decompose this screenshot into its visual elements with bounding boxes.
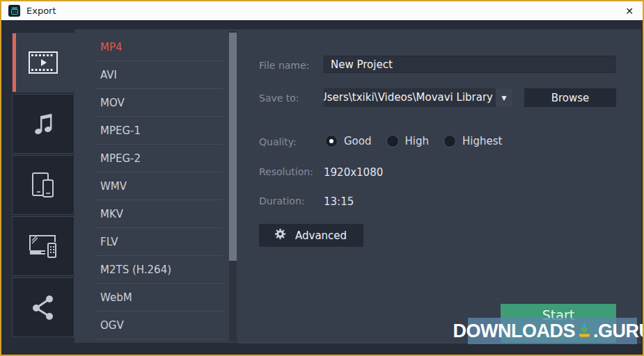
settings-panel: File name: New Project Save to: C:\Users… [238,29,641,343]
tv-remote-icon [27,231,59,261]
window-title: Export [26,6,56,16]
advanced-button[interactable]: Advanced [259,224,363,247]
film-strip-icon [27,50,59,75]
resolution-label: Resolution: [259,166,313,177]
duration-label: Duration: [259,195,305,207]
resolution-value: 1920x1080 [324,166,383,179]
save-to-dropdown[interactable]: C:\Users\txiki\Videos\Movavi Library ▼ [324,88,512,107]
music-note-icon [28,108,58,139]
share-icon [29,293,58,322]
download-icon [575,320,593,343]
tab-mobile-devices[interactable] [12,155,74,215]
duration-value: 13:15 [324,195,354,208]
file-name-input[interactable]: New Project [324,56,615,73]
advanced-label: Advanced [295,229,347,242]
format-item-m2ts-h-264[interactable]: M2TS (H.264) [74,256,223,284]
title-bar: Export ✕ [1,1,643,20]
format-list-scrollbar[interactable] [229,31,237,341]
browse-button[interactable]: Browse [524,88,616,107]
save-to-value: C:\Users\txiki\Videos\Movavi Library [324,88,493,107]
quality-radio-good[interactable]: Good [325,135,372,147]
close-button[interactable]: ✕ [623,6,636,16]
app-icon [8,5,20,17]
radio-label: High [405,135,429,147]
watermark-banner: DOWNLOADS .GURU [468,318,637,344]
tab-audio-formats[interactable] [12,94,74,154]
format-item-mov[interactable]: MOV [74,89,223,117]
tab-video-formats[interactable] [12,33,74,92]
format-item-webm[interactable]: WebM [74,284,223,312]
scrollbar-thumb[interactable] [229,33,237,261]
quality-options: GoodHighHighest [325,135,502,147]
format-item-ogv[interactable]: OGV [74,312,223,339]
format-item-wmv[interactable]: WMV [74,172,223,200]
gear-icon [274,228,286,243]
format-item-mp4[interactable]: MP4 [74,33,223,61]
export-dialog: Export ✕ [0,0,644,356]
format-item-mpeg-2[interactable]: MPEG-2 [74,145,223,172]
save-to-label: Save to: [259,92,299,104]
radio-label: Good [344,135,372,147]
category-tabs [12,33,74,339]
watermark-suffix: .GURU [593,321,644,342]
format-item-flv[interactable]: FLV [74,228,223,256]
dialog-content: MP4AVIMOVMPEG-1MPEG-2WMVMKVFLVM2TS (H.26… [1,20,643,355]
watermark-prefix: DOWNLOADS [453,321,575,342]
tablet-phone-icon [28,170,58,200]
tab-tv-devices[interactable] [12,216,74,276]
file-name-value: New Project [331,58,393,71]
radio-circle-icon[interactable] [325,135,338,147]
tab-sharing[interactable] [12,277,74,337]
quality-radio-high[interactable]: High [386,135,429,147]
format-list: MP4AVIMOVMPEG-1MPEG-2WMVMKVFLVM2TS (H.26… [74,33,223,339]
radio-circle-icon[interactable] [443,135,456,147]
radio-label: Highest [462,135,502,147]
format-panel: MP4AVIMOVMPEG-1MPEG-2WMVMKVFLVM2TS (H.26… [74,29,238,343]
format-item-mpeg-1[interactable]: MPEG-1 [74,117,223,145]
radio-circle-icon[interactable] [386,135,399,147]
format-item-avi[interactable]: AVI [74,61,223,89]
quality-radio-highest[interactable]: Highest [443,135,502,147]
quality-label: Quality: [259,136,297,147]
file-name-label: File name: [259,60,309,71]
dropdown-arrow-icon[interactable]: ▼ [496,88,512,107]
format-item-mkv[interactable]: MKV [74,200,223,228]
